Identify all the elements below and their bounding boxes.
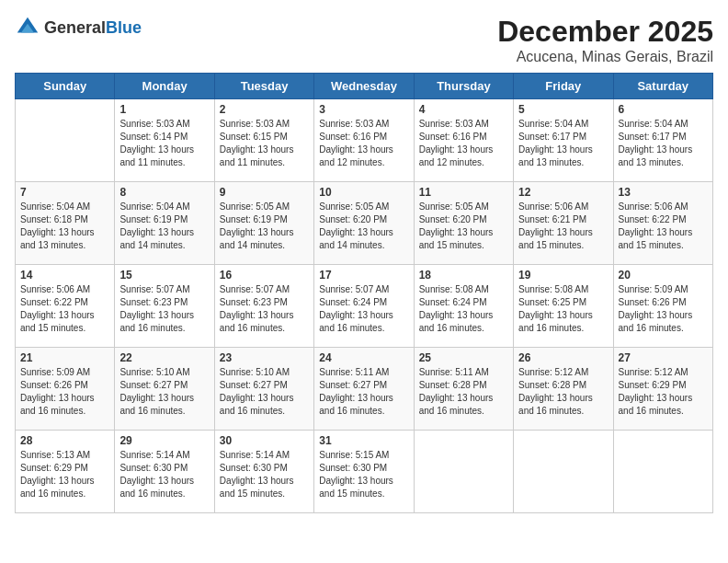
day-info: Sunrise: 5:07 AM Sunset: 6:23 PM Dayligh… (119, 283, 209, 335)
weekday-header-wednesday: Wednesday (314, 74, 414, 99)
calendar-cell: 22Sunrise: 5:10 AM Sunset: 6:27 PM Dayli… (115, 348, 214, 431)
day-info: Sunrise: 5:06 AM Sunset: 6:22 PM Dayligh… (20, 283, 109, 335)
day-info: Sunrise: 5:07 AM Sunset: 6:23 PM Dayligh… (220, 283, 309, 335)
day-number: 9 (220, 186, 309, 199)
week-row-1: 1Sunrise: 5:03 AM Sunset: 6:14 PM Daylig… (16, 99, 713, 182)
calendar-cell: 24Sunrise: 5:11 AM Sunset: 6:27 PM Dayli… (314, 348, 414, 431)
day-number: 29 (119, 434, 209, 447)
day-info: Sunrise: 5:09 AM Sunset: 6:26 PM Dayligh… (20, 366, 109, 418)
day-info: Sunrise: 5:10 AM Sunset: 6:27 PM Dayligh… (119, 366, 209, 418)
weekday-header-friday: Friday (514, 74, 613, 99)
calendar-cell: 23Sunrise: 5:10 AM Sunset: 6:27 PM Dayli… (214, 348, 313, 431)
calendar-cell: 12Sunrise: 5:06 AM Sunset: 6:21 PM Dayli… (514, 182, 613, 265)
day-info: Sunrise: 5:11 AM Sunset: 6:27 PM Dayligh… (319, 366, 408, 418)
day-info: Sunrise: 5:08 AM Sunset: 6:24 PM Dayligh… (419, 283, 508, 335)
day-number: 16 (220, 269, 309, 282)
calendar-cell: 6Sunrise: 5:04 AM Sunset: 6:17 PM Daylig… (613, 99, 712, 182)
day-number: 19 (518, 269, 608, 282)
day-number: 7 (20, 186, 109, 199)
day-number: 18 (419, 269, 508, 282)
day-number: 11 (419, 186, 508, 199)
day-number: 22 (119, 351, 209, 364)
calendar-cell: 13Sunrise: 5:06 AM Sunset: 6:22 PM Dayli… (613, 182, 712, 265)
day-info: Sunrise: 5:03 AM Sunset: 6:14 PM Dayligh… (119, 118, 209, 169)
day-info: Sunrise: 5:04 AM Sunset: 6:18 PM Dayligh… (20, 201, 109, 252)
day-number: 27 (619, 351, 708, 364)
calendar-cell: 26Sunrise: 5:12 AM Sunset: 6:28 PM Dayli… (514, 348, 613, 431)
day-number: 23 (220, 351, 309, 364)
weekday-header-row: SundayMondayTuesdayWednesdayThursdayFrid… (16, 74, 713, 99)
day-number: 2 (220, 103, 309, 116)
calendar-cell: 30Sunrise: 5:14 AM Sunset: 6:30 PM Dayli… (214, 431, 313, 513)
day-info: Sunrise: 5:05 AM Sunset: 6:20 PM Dayligh… (419, 201, 508, 252)
calendar-cell: 14Sunrise: 5:06 AM Sunset: 6:22 PM Dayli… (16, 265, 115, 348)
day-info: Sunrise: 5:03 AM Sunset: 6:16 PM Dayligh… (419, 118, 508, 169)
day-number: 28 (20, 434, 109, 447)
day-number: 14 (20, 269, 109, 282)
calendar-cell: 18Sunrise: 5:08 AM Sunset: 6:24 PM Dayli… (414, 265, 513, 348)
week-row-2: 7Sunrise: 5:04 AM Sunset: 6:18 PM Daylig… (16, 182, 713, 265)
logo-icon (15, 15, 40, 40)
day-info: Sunrise: 5:07 AM Sunset: 6:24 PM Dayligh… (319, 283, 408, 335)
logo-text-general: General (44, 18, 106, 37)
day-number: 8 (119, 186, 209, 199)
day-info: Sunrise: 5:12 AM Sunset: 6:28 PM Dayligh… (518, 366, 608, 418)
calendar-cell: 20Sunrise: 5:09 AM Sunset: 6:26 PM Dayli… (613, 265, 712, 348)
day-info: Sunrise: 5:10 AM Sunset: 6:27 PM Dayligh… (220, 366, 309, 418)
week-row-5: 28Sunrise: 5:13 AM Sunset: 6:29 PM Dayli… (16, 431, 713, 513)
calendar-cell: 25Sunrise: 5:11 AM Sunset: 6:28 PM Dayli… (414, 348, 513, 431)
day-info: Sunrise: 5:04 AM Sunset: 6:17 PM Dayligh… (619, 118, 708, 169)
calendar-cell: 5Sunrise: 5:04 AM Sunset: 6:17 PM Daylig… (514, 99, 613, 182)
day-number: 3 (319, 103, 408, 116)
day-number: 13 (619, 186, 708, 199)
calendar-cell: 17Sunrise: 5:07 AM Sunset: 6:24 PM Dayli… (314, 265, 414, 348)
day-info: Sunrise: 5:09 AM Sunset: 6:26 PM Dayligh… (619, 283, 708, 335)
calendar-cell (613, 431, 712, 513)
day-info: Sunrise: 5:14 AM Sunset: 6:30 PM Dayligh… (220, 449, 309, 500)
calendar-table: SundayMondayTuesdayWednesdayThursdayFrid… (15, 73, 713, 513)
calendar-cell: 15Sunrise: 5:07 AM Sunset: 6:23 PM Dayli… (115, 265, 214, 348)
weekday-header-monday: Monday (115, 74, 214, 99)
day-number: 17 (319, 269, 408, 282)
day-number: 5 (518, 103, 608, 116)
day-info: Sunrise: 5:05 AM Sunset: 6:20 PM Dayligh… (319, 201, 408, 252)
header: GeneralBlue December 2025 Acucena, Minas… (15, 15, 713, 65)
calendar-cell: 9Sunrise: 5:05 AM Sunset: 6:19 PM Daylig… (214, 182, 313, 265)
day-info: Sunrise: 5:13 AM Sunset: 6:29 PM Dayligh… (20, 449, 109, 500)
day-number: 21 (20, 351, 109, 364)
calendar-cell: 19Sunrise: 5:08 AM Sunset: 6:25 PM Dayli… (514, 265, 613, 348)
day-number: 4 (419, 103, 508, 116)
logo: GeneralBlue (15, 15, 142, 40)
day-info: Sunrise: 5:04 AM Sunset: 6:17 PM Dayligh… (518, 118, 608, 169)
calendar-cell: 16Sunrise: 5:07 AM Sunset: 6:23 PM Dayli… (214, 265, 313, 348)
calendar-cell: 2Sunrise: 5:03 AM Sunset: 6:15 PM Daylig… (214, 99, 313, 182)
location-title: Acucena, Minas Gerais, Brazil (497, 49, 713, 65)
day-info: Sunrise: 5:06 AM Sunset: 6:21 PM Dayligh… (518, 201, 608, 252)
calendar-cell: 31Sunrise: 5:15 AM Sunset: 6:30 PM Dayli… (314, 431, 414, 513)
weekday-header-saturday: Saturday (613, 74, 712, 99)
day-number: 20 (619, 269, 708, 282)
calendar-cell: 27Sunrise: 5:12 AM Sunset: 6:29 PM Dayli… (613, 348, 712, 431)
weekday-header-thursday: Thursday (414, 74, 513, 99)
day-number: 6 (619, 103, 708, 116)
day-info: Sunrise: 5:04 AM Sunset: 6:19 PM Dayligh… (119, 201, 209, 252)
calendar-cell: 28Sunrise: 5:13 AM Sunset: 6:29 PM Dayli… (16, 431, 115, 513)
day-info: Sunrise: 5:12 AM Sunset: 6:29 PM Dayligh… (619, 366, 708, 418)
month-title: December 2025 (497, 15, 713, 49)
weekday-header-sunday: Sunday (16, 74, 115, 99)
day-number: 25 (419, 351, 508, 364)
day-number: 30 (220, 434, 309, 447)
title-area: December 2025 Acucena, Minas Gerais, Bra… (497, 15, 713, 65)
day-number: 26 (518, 351, 608, 364)
calendar-cell: 29Sunrise: 5:14 AM Sunset: 6:30 PM Dayli… (115, 431, 214, 513)
day-number: 12 (518, 186, 608, 199)
calendar-cell: 1Sunrise: 5:03 AM Sunset: 6:14 PM Daylig… (115, 99, 214, 182)
calendar-cell (414, 431, 513, 513)
day-info: Sunrise: 5:03 AM Sunset: 6:16 PM Dayligh… (319, 118, 408, 169)
calendar-cell (514, 431, 613, 513)
day-info: Sunrise: 5:14 AM Sunset: 6:30 PM Dayligh… (119, 449, 209, 500)
day-info: Sunrise: 5:08 AM Sunset: 6:25 PM Dayligh… (518, 283, 608, 335)
logo-text-blue: Blue (106, 18, 142, 37)
calendar-cell: 10Sunrise: 5:05 AM Sunset: 6:20 PM Dayli… (314, 182, 414, 265)
week-row-4: 21Sunrise: 5:09 AM Sunset: 6:26 PM Dayli… (16, 348, 713, 431)
